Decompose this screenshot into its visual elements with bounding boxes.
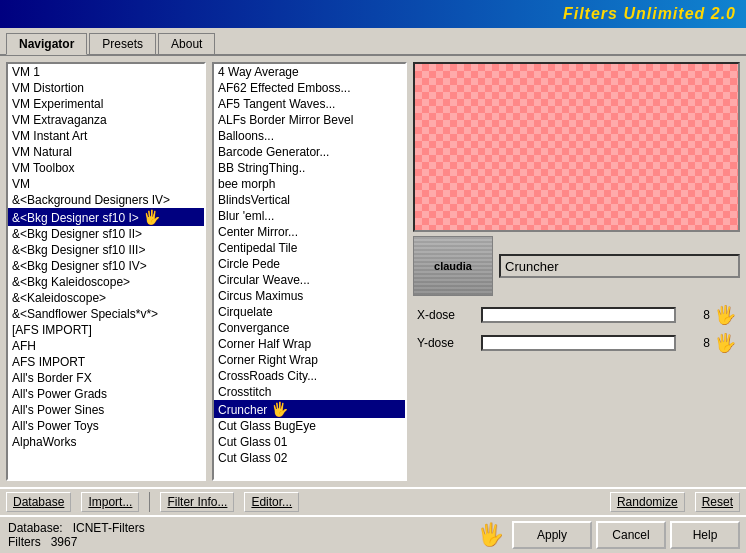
import-button[interactable]: Import... — [81, 492, 139, 512]
category-item[interactable]: VM 1 — [8, 64, 204, 80]
filter-item[interactable]: Circle Pede — [214, 256, 405, 272]
filter-item[interactable]: Corner Right Wrap — [214, 352, 405, 368]
filter-name-box: Cruncher — [499, 254, 740, 278]
filter-item[interactable]: BlindsVertical — [214, 192, 405, 208]
category-panel: VM 1VM DistortionVM ExperimentalVM Extra… — [6, 62, 206, 481]
filter-list[interactable]: 4 Way AverageAF62 Effected Emboss...AF5 … — [214, 64, 405, 479]
filter-panel: 4 Way AverageAF62 Effected Emboss...AF5 … — [212, 62, 407, 481]
thumbnail-label: claudia — [434, 260, 472, 272]
title-bar: Filters Unlimited 2.0 — [0, 0, 746, 28]
filter-info-button[interactable]: Filter Info... — [160, 492, 234, 512]
bottom-row: Database: ICNET-Filters Filters 3967 🖐 A… — [0, 515, 746, 553]
reset-button[interactable]: Reset — [695, 492, 740, 512]
category-item[interactable]: All's Border FX — [8, 370, 204, 386]
category-item[interactable]: &<Background Designers IV> — [8, 192, 204, 208]
category-item[interactable]: VM Experimental — [8, 96, 204, 112]
filter-item[interactable]: Circus Maximus — [214, 288, 405, 304]
category-item[interactable]: AFH — [8, 338, 204, 354]
status-line-1: Database: ICNET-Filters — [8, 521, 463, 535]
category-item[interactable]: &<Sandflower Specials*v*> — [8, 306, 204, 322]
cancel-button[interactable]: Cancel — [596, 521, 666, 549]
title-bar-text: Filters Unlimited 2.0 — [563, 5, 736, 23]
category-item[interactable]: &<Kaleidoscope> — [8, 290, 204, 306]
main-container: Navigator Presets About VM 1VM Distortio… — [0, 28, 746, 553]
filter-item[interactable]: Balloons... — [214, 128, 405, 144]
category-item[interactable]: &<Bkg Designer sf10 I> 🖐 — [8, 208, 204, 226]
category-item[interactable]: [AFS IMPORT] — [8, 322, 204, 338]
randomize-button[interactable]: Randomize — [610, 492, 685, 512]
category-item[interactable]: All's Power Toys — [8, 418, 204, 434]
content-area: VM 1VM DistortionVM ExperimentalVM Extra… — [0, 56, 746, 487]
filter-item[interactable]: 4 Way Average — [214, 64, 405, 80]
category-item[interactable]: &<Bkg Designer sf10 IV> — [8, 258, 204, 274]
preview-area — [413, 62, 740, 232]
tab-about[interactable]: About — [158, 33, 215, 54]
category-item[interactable]: All's Power Grads — [8, 386, 204, 402]
tab-bar: Navigator Presets About — [0, 28, 746, 56]
filter-name-area: claudia Cruncher — [413, 236, 740, 296]
category-item[interactable]: AFS IMPORT — [8, 354, 204, 370]
filter-item[interactable]: bee morph — [214, 176, 405, 192]
filter-item[interactable]: Center Mirror... — [214, 224, 405, 240]
status-section: Database: ICNET-Filters Filters 3967 — [0, 517, 471, 553]
filter-name-text: Cruncher — [505, 259, 558, 274]
filter-item[interactable]: Barcode Generator... — [214, 144, 405, 160]
filter-item[interactable]: Convergance — [214, 320, 405, 336]
tab-presets[interactable]: Presets — [89, 33, 156, 54]
filter-list-wrapper: 4 Way AverageAF62 Effected Emboss...AF5 … — [212, 62, 407, 481]
right-panel: claudia Cruncher X-dose8🖐Y-dose8🖐 — [413, 62, 740, 481]
category-item[interactable]: VM Extravaganza — [8, 112, 204, 128]
filter-item[interactable]: Cut Glass 02 — [214, 450, 405, 466]
category-list[interactable]: VM 1VM DistortionVM ExperimentalVM Extra… — [8, 64, 204, 479]
category-item[interactable]: All's Power Sines — [8, 402, 204, 418]
param-row: X-dose8🖐 — [417, 304, 736, 326]
filter-item[interactable]: AF5 Tangent Waves... — [214, 96, 405, 112]
category-item[interactable]: &<Bkg Designer sf10 III> — [8, 242, 204, 258]
param-value: 8 — [680, 308, 710, 322]
filter-item[interactable]: CrossRoads City... — [214, 368, 405, 384]
filters-status-value: 3967 — [51, 535, 78, 549]
filter-item[interactable]: Cut Glass 01 — [214, 434, 405, 450]
filters-status-label: Filters — [8, 535, 41, 549]
param-label: X-dose — [417, 308, 477, 322]
filter-item[interactable]: Cruncher 🖐 — [214, 400, 405, 418]
filter-item[interactable]: BB StringThing.. — [214, 160, 405, 176]
toolbar-separator-1 — [149, 492, 150, 512]
filter-item[interactable]: Centipedal Tile — [214, 240, 405, 256]
tab-navigator[interactable]: Navigator — [6, 33, 87, 55]
filter-thumbnail: claudia — [413, 236, 493, 296]
category-item[interactable]: VM Natural — [8, 144, 204, 160]
database-button[interactable]: Database — [6, 492, 71, 512]
database-status-value: ICNET-Filters — [73, 521, 145, 535]
status-line-2: Filters 3967 — [8, 535, 463, 549]
editor-button[interactable]: Editor... — [244, 492, 299, 512]
database-status-label: Database: — [8, 521, 63, 535]
buttons-section: 🖐 Apply Cancel Help — [471, 517, 746, 553]
filter-item[interactable]: Corner Half Wrap — [214, 336, 405, 352]
filter-item[interactable]: Cut Glass BugEye — [214, 418, 405, 434]
apply-hand-icon: 🖐 — [477, 522, 504, 548]
param-row: Y-dose8🖐 — [417, 332, 736, 354]
category-item[interactable]: AlphaWorks — [8, 434, 204, 450]
param-value: 8 — [680, 336, 710, 350]
filter-item[interactable]: Blur 'eml... — [214, 208, 405, 224]
filter-item[interactable]: AF62 Effected Emboss... — [214, 80, 405, 96]
bottom-toolbar: Database Import... Filter Info... Editor… — [0, 487, 746, 515]
params-area: X-dose8🖐Y-dose8🖐 — [413, 300, 740, 481]
category-item[interactable]: VM — [8, 176, 204, 192]
category-item[interactable]: VM Instant Art — [8, 128, 204, 144]
filter-item[interactable]: ALFs Border Mirror Bevel — [214, 112, 405, 128]
category-item[interactable]: &<Bkg Kaleidoscope> — [8, 274, 204, 290]
param-slider[interactable] — [481, 335, 676, 351]
category-item[interactable]: &<Bkg Designer sf10 II> — [8, 226, 204, 242]
help-button[interactable]: Help — [670, 521, 740, 549]
param-slider[interactable] — [481, 307, 676, 323]
category-item[interactable]: VM Toolbox — [8, 160, 204, 176]
apply-button[interactable]: Apply — [512, 521, 592, 549]
filter-item[interactable]: Crosstitch — [214, 384, 405, 400]
filter-item[interactable]: Cirquelate — [214, 304, 405, 320]
category-item[interactable]: VM Distortion — [8, 80, 204, 96]
param-hand-icon: 🖐 — [714, 304, 736, 326]
param-label: Y-dose — [417, 336, 477, 350]
filter-item[interactable]: Circular Weave... — [214, 272, 405, 288]
